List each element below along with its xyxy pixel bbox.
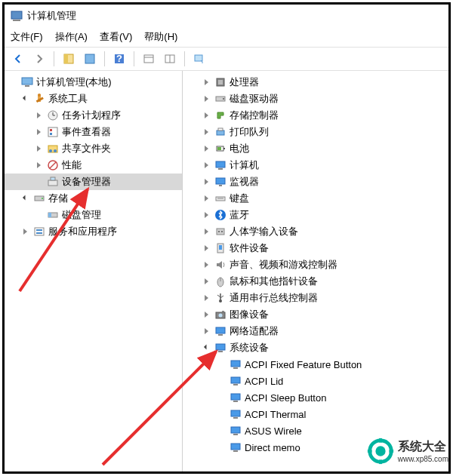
services-apps-icon	[33, 226, 45, 238]
view-button-1[interactable]	[140, 50, 158, 68]
expander-icon[interactable]	[33, 160, 44, 170]
expander-icon[interactable]	[201, 326, 211, 336]
tree-label: 鼠标和其他指针设备	[230, 275, 318, 288]
content-area: 计算机管理(本地) 系统工具 任务计划程序 事件查看器 共享文件夹	[5, 71, 448, 471]
device-category-imaging[interactable]: 图像设备	[183, 306, 448, 323]
tree-shared-folders[interactable]: 共享文件夹	[5, 140, 182, 157]
device-category-storage_controllers[interactable]: 存储控制器	[183, 107, 448, 124]
expander-icon[interactable]	[201, 94, 211, 104]
expander-icon[interactable]	[33, 110, 44, 121]
expander-icon[interactable]	[201, 309, 211, 320]
device-icon	[230, 392, 242, 404]
monitors-icon	[214, 176, 226, 188]
tree-root-computer-management[interactable]: 计算机管理(本地)	[5, 74, 182, 91]
tree-label: 共享文件夹	[62, 142, 111, 155]
expander-icon[interactable]	[201, 177, 211, 187]
view-button-2[interactable]	[161, 50, 179, 68]
device-category-software_devices[interactable]: 软件设备	[183, 240, 448, 256]
watermark: 系统大全 www.xp85.com	[366, 437, 448, 465]
tree-system-tools[interactable]: 系统工具	[5, 91, 182, 107]
expander-icon[interactable]	[201, 143, 211, 154]
expander-icon[interactable]	[201, 193, 211, 204]
svg-rect-13	[25, 85, 29, 87]
svg-rect-71	[231, 361, 240, 367]
menu-help[interactable]: 帮助(H)	[144, 30, 177, 44]
expander-icon[interactable]	[201, 226, 211, 237]
expander-icon[interactable]	[201, 160, 211, 170]
refresh-button[interactable]	[190, 50, 208, 68]
device-category-monitors[interactable]: 监视器	[183, 174, 448, 190]
expander-icon[interactable]	[20, 94, 30, 104]
svg-rect-78	[233, 417, 238, 419]
device-item-acpi_sleep[interactable]: ACPI Sleep Button	[183, 389, 448, 406]
menubar: 文件(F) 操作(A) 查看(V) 帮助(H)	[5, 27, 448, 47]
svg-rect-47	[218, 168, 223, 170]
device-category-usb[interactable]: 通用串行总线控制器	[183, 290, 448, 306]
expander-icon[interactable]	[201, 276, 211, 287]
svg-point-25	[54, 149, 57, 152]
expander-icon[interactable]	[201, 110, 211, 121]
expander-icon[interactable]	[20, 226, 30, 237]
svg-rect-28	[48, 180, 57, 186]
svg-rect-29	[51, 177, 55, 180]
expander-icon[interactable]	[201, 259, 211, 270]
tree-label: ACPI Fixed Feature Button	[245, 359, 362, 370]
expander-icon[interactable]	[201, 210, 211, 220]
svg-rect-67	[216, 327, 225, 333]
expander-icon[interactable]	[201, 342, 211, 353]
device-category-print_queues[interactable]: 打印队列	[183, 124, 448, 140]
svg-point-88	[375, 446, 385, 456]
expander-icon[interactable]	[201, 77, 211, 88]
device-category-processors[interactable]: 处理器	[183, 74, 448, 91]
tree-disk-management[interactable]: 磁盘管理	[5, 207, 182, 223]
expander-icon[interactable]	[201, 243, 211, 253]
device-category-hid[interactable]: 人体学输入设备	[183, 223, 448, 240]
tree-event-viewer[interactable]: 事件查看器	[5, 124, 182, 140]
svg-rect-44	[223, 148, 225, 149]
right-tree-panel: 处理器 磁盘驱动器 存储控制器 打印队列 电池 计算机 监视器 键盘 蓝牙 人体…	[183, 71, 448, 471]
tree-storage[interactable]: 存储	[5, 190, 182, 207]
expander-icon[interactable]	[33, 143, 44, 154]
tree-services-apps[interactable]: 服务和应用程序	[5, 223, 182, 240]
device-category-batteries[interactable]: 电池	[183, 140, 448, 157]
svg-rect-92	[389, 450, 393, 453]
toolbar: ?	[5, 47, 448, 71]
svg-point-40	[223, 98, 224, 100]
properties-button[interactable]	[81, 50, 99, 68]
svg-rect-72	[233, 367, 238, 369]
device-category-keyboards[interactable]: 键盘	[183, 190, 448, 207]
device-category-disk_drives[interactable]: 磁盘驱动器	[183, 91, 448, 107]
menu-action[interactable]: 操作(A)	[55, 30, 88, 44]
svg-rect-91	[368, 450, 372, 453]
device-item-acpi_fixed[interactable]: ACPI Fixed Feature Button	[183, 356, 448, 373]
help-button[interactable]: ?	[110, 50, 128, 68]
menu-view[interactable]: 查看(V)	[100, 30, 132, 44]
tree-label: 任务计划程序	[62, 109, 121, 122]
device-item-acpi_lid[interactable]: ACPI Lid	[183, 373, 448, 389]
event-viewer-icon	[47, 126, 59, 138]
expander-icon[interactable]	[20, 193, 30, 204]
forward-button[interactable]	[30, 50, 48, 68]
svg-rect-45	[217, 147, 221, 150]
print_queues-icon	[214, 126, 226, 138]
device-category-computer[interactable]: 计算机	[183, 157, 448, 174]
device-category-sound[interactable]: 声音、视频和游戏控制器	[183, 256, 448, 273]
svg-rect-68	[218, 334, 223, 336]
device-category-system_devices[interactable]: 系统设备	[183, 339, 448, 356]
expander-icon[interactable]	[33, 127, 44, 137]
device-item-acpi_thermal[interactable]: ACPI Thermal	[183, 406, 448, 422]
device-category-mice[interactable]: 鼠标和其他指针设备	[183, 273, 448, 290]
menu-file[interactable]: 文件(F)	[11, 30, 43, 44]
device-category-network[interactable]: 网络适配器	[183, 323, 448, 339]
device-category-bluetooth[interactable]: 蓝牙	[183, 207, 448, 223]
tree-performance[interactable]: 性能	[5, 157, 182, 174]
show-hide-button[interactable]	[60, 50, 78, 68]
device-icon	[230, 408, 242, 420]
expander-icon[interactable]	[201, 127, 211, 137]
expander-icon[interactable]	[201, 293, 211, 303]
tree-label: ASUS Wirele	[245, 425, 302, 437]
tree-label: 监视器	[230, 175, 259, 189]
back-button[interactable]	[9, 50, 27, 68]
tree-device-manager[interactable]: 设备管理器	[5, 174, 182, 190]
tree-task-scheduler[interactable]: 任务计划程序	[5, 107, 182, 124]
